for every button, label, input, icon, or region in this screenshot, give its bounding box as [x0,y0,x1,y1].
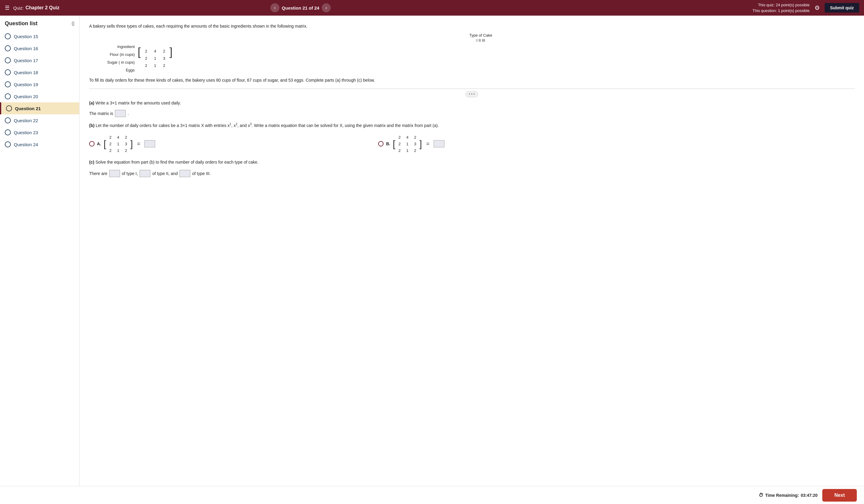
q20-status-circle [5,93,11,99]
q17-label: Question 17 [14,58,38,63]
part-c-label: (c) [89,160,94,165]
question-info: Question 21 of 24 [282,5,319,11]
q20-label: Question 20 [14,94,38,99]
sidebar-item-q16[interactable]: Question 16 [0,42,79,54]
this-quiz-points: 24 point(s) possible [776,3,810,7]
opt-b-eq: = [426,141,430,147]
type3-input[interactable] [179,170,190,177]
matrix-cells: 2 4 2 2 1 3 2 1 2 [141,47,169,70]
q23-label: Question 23 [14,130,38,135]
row-label-flour: Flour (in cups) [107,51,135,58]
part-b-text: Let the number of daily orders for cakes… [96,123,439,128]
option-b-input[interactable] [434,140,444,147]
period: . [128,111,129,116]
intro-text: A bakery sells three types of cakes, eac… [89,23,854,29]
sidebar-header: Question list ⟨| [0,21,79,30]
opt-a-eq: = [137,141,141,147]
bracket-left: [ [137,47,141,70]
cell-r0c2: 2 [160,48,168,54]
collapse-sidebar-button[interactable]: ⟨| [71,21,74,26]
cell-r2c2: 2 [160,62,168,69]
cell-r2c1: 1 [151,62,159,69]
q21-status-circle [6,105,12,111]
prev-question-button[interactable]: ‹ [271,3,279,12]
q18-status-circle [5,69,11,75]
q17-status-circle [5,57,11,63]
part-c-text1: Solve the equation from part (b) to find… [95,160,259,165]
q16-label: Question 16 [14,46,38,51]
q19-status-circle [5,81,11,87]
option-a-matrix: [ 2 4 2 2 1 3 2 1 2 ] [104,134,133,154]
part-c-type2: of type II, and [152,169,178,178]
type2-input[interactable] [140,170,151,177]
matrix-is-label: The matrix is [89,111,113,116]
part-b-label: (b) [89,123,95,128]
q15-status-circle [5,33,11,39]
opt-b-cells: 2 4 2 2 1 3 2 1 2 [395,134,419,154]
quiz-label: Quiz: [13,5,24,11]
part-c-type3: of type III. [192,169,211,178]
next-question-button[interactable]: › [322,3,331,12]
q21-label: Question 21 [15,106,41,111]
matrix-row-labels: Ingredient Flour (in cups) Sugar ( in cu… [107,43,135,73]
type1-input[interactable] [109,170,120,177]
part-a-text: Write a 3×1 matrix for the amounts used … [95,100,181,105]
q18-label: Question 18 [14,70,38,75]
option-b: B. [ 2 4 2 2 1 3 2 1 2 ] [378,134,444,154]
bracket-right: ] [169,47,173,70]
q23-status-circle [5,129,11,135]
part-c-type1: of type I, [122,169,138,178]
sidebar-item-q15[interactable]: Question 15 [0,30,79,42]
q19-label: Question 19 [14,82,38,87]
next-button[interactable]: Next [822,489,857,502]
main-layout: Question list ⟨| Question 15 Question 16… [0,16,864,486]
cell-r1c2: 3 [160,55,168,61]
menu-icon[interactable]: ☰ [5,4,10,11]
cell-r1c0: 2 [142,55,151,61]
matrix-col-headers: I II III [107,38,854,43]
sidebar-item-q24[interactable]: Question 24 [0,139,79,151]
row-label-ingredient: Ingredient [107,43,135,50]
option-a-radio[interactable] [89,141,95,146]
part-c-answer-row: There are of type I, of type II, and of … [89,169,854,178]
q24-label: Question 24 [14,142,38,147]
sidebar-item-q17[interactable]: Question 17 [0,54,79,66]
option-a-label: A. [97,141,101,146]
q22-status-circle [5,117,11,123]
sidebar-item-q19[interactable]: Question 19 [0,79,79,91]
gear-icon[interactable]: ⚙ [815,4,820,11]
time-value: 03:47:20 [801,493,817,498]
quiz-title: Chapter 2 Quiz [25,5,59,11]
sidebar-item-q23[interactable]: Question 23 [0,127,79,139]
part-a-heading: (a) Write a 3×1 matrix for the amounts u… [89,100,854,106]
sidebar-item-q20[interactable]: Question 20 [0,91,79,103]
options-row: A. [ 2 4 2 2 1 3 2 1 2 ] [89,134,854,154]
question-content: A bakery sells three types of cakes, eac… [80,16,864,486]
part-b-heading: (b) Let the number of daily orders for c… [89,122,854,129]
cell-r0c1: 4 [151,48,159,54]
part-c-heading: (c) Solve the equation from part (b) to … [89,159,854,165]
sidebar-item-q22[interactable]: Question 22 [0,115,79,127]
q24-status-circle [5,141,11,147]
sidebar-title: Question list [5,21,37,27]
time-label: Time Remaining: [765,493,799,498]
part-a-matrix-input[interactable] [115,110,126,117]
sidebar-item-q18[interactable]: Question 18 [0,66,79,79]
section-divider [89,88,854,89]
submit-quiz-button[interactable]: Submit quiz [825,3,859,13]
matrix-layout: Ingredient Flour (in cups) Sugar ( in cu… [107,43,854,73]
option-b-radio[interactable] [378,141,384,146]
cell-r2c0: 2 [142,62,151,69]
option-a: A. [ 2 4 2 2 1 3 2 1 2 ] [89,134,155,154]
this-question-points: 1 point(s) possible [778,9,810,13]
q16-status-circle [5,45,11,51]
expand-dots-button[interactable]: • • • [466,91,478,97]
q22-label: Question 22 [14,118,38,123]
cell-r1c1: 1 [151,55,159,61]
ingredient-matrix-container: Type of Cake I II III Ingredient Flour (… [107,33,854,73]
part-a-label: (a) [89,100,94,105]
header: ☰ Quiz: Chapter 2 Quiz ‹ Question 21 of … [0,0,864,16]
sidebar-item-q21[interactable]: Question 21 [0,103,79,115]
option-a-input[interactable] [144,140,155,147]
row-label-sugar: Sugar ( in cups) [107,59,135,65]
